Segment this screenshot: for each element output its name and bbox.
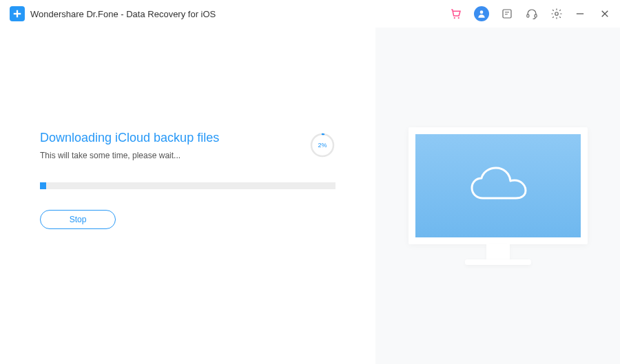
svg-point-8 — [555, 12, 559, 16]
user-icon[interactable] — [474, 6, 489, 21]
progress-ring: 2% — [309, 132, 335, 158]
progress-percent-label: 2% — [318, 142, 327, 149]
app-window: Wondershare Dr.Fone - Data Recovery for … — [0, 0, 620, 364]
app-logo-icon — [10, 6, 25, 21]
left-panel: Downloading iCloud backup files This wil… — [0, 28, 375, 364]
app-title: Wondershare Dr.Fone - Data Recovery for … — [30, 9, 216, 19]
window-controls — [575, 8, 610, 19]
task-title: Downloading iCloud backup files — [40, 131, 296, 145]
content-area: Downloading iCloud backup files This wil… — [0, 28, 620, 364]
title-icons — [449, 6, 564, 21]
svg-point-3 — [458, 17, 459, 19]
task-subtitle: This will take some time, please wait... — [40, 151, 296, 160]
task-header: Downloading iCloud backup files This wil… — [40, 131, 335, 160]
feedback-icon[interactable] — [500, 7, 514, 21]
cart-icon[interactable] — [449, 7, 463, 21]
monitor-frame — [409, 127, 588, 244]
monitor-stand-neck — [486, 244, 510, 259]
monitor-cloud-illustration — [409, 127, 588, 265]
svg-point-4 — [480, 10, 484, 14]
progress-fill — [40, 182, 46, 189]
minimize-button[interactable] — [575, 8, 586, 19]
progress-bar — [40, 182, 335, 189]
svg-point-2 — [454, 17, 455, 19]
right-panel — [375, 28, 620, 364]
svg-rect-5 — [503, 10, 511, 18]
titlebar: Wondershare Dr.Fone - Data Recovery for … — [0, 0, 620, 28]
stop-button[interactable]: Stop — [40, 210, 116, 229]
monitor-stand-base — [465, 259, 531, 265]
cloud-icon — [464, 165, 533, 206]
close-button[interactable] — [599, 8, 610, 19]
settings-icon[interactable] — [550, 7, 564, 21]
svg-rect-1 — [14, 13, 21, 14]
monitor-screen — [415, 134, 581, 237]
support-icon[interactable] — [525, 7, 539, 21]
